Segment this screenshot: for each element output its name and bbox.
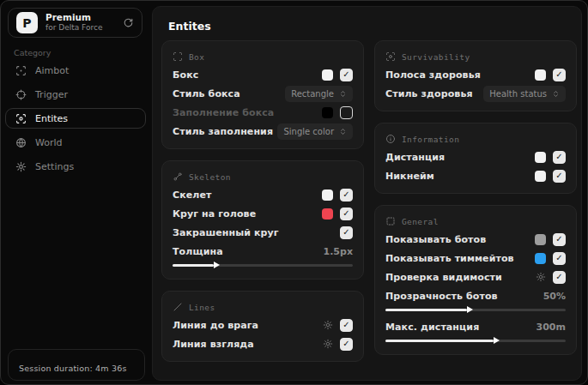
setting-label: Закрашенный круг: [173, 227, 279, 238]
panel-header-label: Skeleton: [189, 172, 231, 182]
setting-label: Стиль заполнения: [173, 126, 273, 137]
session-duration: Session duration: 4m 36s: [19, 364, 127, 373]
box-style-dropdown[interactable]: Rectangle: [285, 86, 353, 102]
page-title: Entites: [168, 20, 211, 33]
checkbox[interactable]: [340, 319, 353, 332]
setting-row: Дистанция: [385, 147, 566, 166]
dropdown-value: Health status: [489, 89, 547, 99]
setting-row: Проверка видимости: [385, 268, 566, 286]
color-swatch[interactable]: [535, 253, 546, 264]
setting-label: Показывать ботов: [385, 234, 486, 245]
slider-thumb[interactable]: [214, 262, 220, 268]
setting-label: Круг на голове: [173, 208, 256, 220]
setting-row: Прозрачность ботов 50%: [385, 286, 566, 305]
checkbox[interactable]: [553, 170, 566, 183]
main-content: Entites Box Бокс: [152, 6, 582, 381]
setting-label: Заполнение бокса: [173, 107, 274, 118]
line-icon: [173, 302, 183, 312]
checkbox[interactable]: [553, 233, 566, 246]
sidebar-item-settings[interactable]: Settings: [5, 156, 146, 177]
slider-value: 1.5px: [324, 246, 353, 257]
setting-label: Показывать тиммейтов: [385, 253, 514, 264]
gear-icon: [15, 161, 27, 172]
setting-row: Скелет: [173, 185, 353, 204]
setting-row: Закрашенный круг: [173, 223, 353, 242]
panel-information: Information Дистанция Никнейм: [374, 123, 577, 194]
checkbox[interactable]: [553, 151, 566, 164]
checkbox[interactable]: [553, 252, 566, 265]
checkbox[interactable]: [340, 226, 353, 239]
setting-label: Стиль здоровья: [385, 88, 473, 99]
slider-thumb[interactable]: [467, 306, 473, 313]
setting-label: Дистанция: [385, 152, 445, 163]
setting-row: Стиль заполнения Single color: [173, 122, 353, 141]
panel-header-label: Lines: [189, 303, 215, 312]
sidebar-item-entites[interactable]: Entites: [5, 108, 146, 129]
color-swatch[interactable]: [535, 152, 546, 163]
setting-label: Полоса здоровья: [385, 69, 481, 81]
crosshair-icon: [15, 89, 27, 100]
sidebar: P Premium for Delta Force Category Aimbo…: [1, 1, 152, 384]
setting-row: Стиль здоровья Health status: [385, 84, 566, 103]
setting-row: Линия до врага: [173, 316, 353, 334]
dropdown-value: Rectangle: [291, 89, 334, 99]
checkbox[interactable]: [340, 106, 353, 119]
setting-row: Стиль бокса Rectangle: [173, 84, 353, 103]
checkbox[interactable]: [340, 189, 353, 202]
setting-label: Макс. дистанция: [385, 322, 479, 333]
session-card: Session duration: 4m 36s: [8, 349, 145, 381]
color-swatch[interactable]: [322, 189, 333, 201]
setting-row: Линия взгляда: [173, 334, 353, 353]
sidebar-item-trigger[interactable]: Trigger: [5, 84, 146, 105]
right-column: Survivability Полоса здоровья Стиль здор…: [374, 40, 577, 373]
color-swatch[interactable]: [322, 107, 333, 118]
color-swatch[interactable]: [322, 208, 333, 220]
setting-label: Бокс: [173, 69, 198, 81]
info-icon: [385, 134, 396, 144]
sidebar-item-world[interactable]: World: [5, 132, 146, 153]
chevrons-up-down-icon: [552, 90, 560, 98]
gear-icon[interactable]: [323, 339, 333, 349]
setting-label: Линия до врага: [173, 320, 258, 331]
box-icon: [173, 51, 183, 62]
left-column: Box Бокс Стиль бокса Rectangle: [161, 40, 364, 373]
refresh-icon[interactable]: [123, 17, 134, 28]
setting-row: Заполнение бокса: [173, 103, 353, 122]
panel-header-label: Survivability: [402, 52, 470, 62]
color-swatch[interactable]: [322, 69, 333, 81]
bot-opacity-slider[interactable]: [385, 309, 566, 311]
health-style-dropdown[interactable]: Health status: [483, 86, 566, 102]
checkbox[interactable]: [553, 271, 566, 284]
brand-logo: P: [16, 12, 38, 33]
setting-row: Круг на голове: [173, 204, 353, 223]
dashed-box-icon: [385, 216, 396, 226]
gear-icon[interactable]: [323, 320, 333, 330]
chevrons-up-down-icon: [339, 128, 347, 135]
setting-label: Скелет: [173, 189, 212, 201]
checkbox[interactable]: [553, 69, 566, 81]
setting-row: Показывать тиммейтов: [385, 249, 566, 268]
setting-row: Показывать ботов: [385, 230, 566, 249]
setting-label: Проверка видимости: [385, 272, 502, 283]
color-swatch[interactable]: [535, 234, 546, 245]
sidebar-item-label: Trigger: [35, 89, 68, 100]
color-swatch[interactable]: [535, 171, 546, 182]
sidebar-item-label: World: [35, 137, 63, 148]
checkbox[interactable]: [340, 69, 353, 81]
max-distance-slider[interactable]: [385, 340, 566, 342]
bone-icon: [173, 171, 183, 182]
color-swatch[interactable]: [535, 69, 546, 81]
sidebar-item-aimbot[interactable]: Aimbot: [5, 60, 146, 81]
sidebar-nav: Aimbot Trigger Entites World: [5, 60, 146, 180]
sidebar-item-label: Aimbot: [35, 65, 69, 76]
fill-style-dropdown[interactable]: Single color: [277, 123, 353, 140]
gear-icon[interactable]: [536, 272, 546, 282]
panel-lines: Lines Линия до врага Линия взгляда: [161, 291, 364, 362]
chevrons-up-down-icon: [339, 90, 347, 98]
slider-thumb[interactable]: [494, 337, 500, 344]
checkbox[interactable]: [340, 208, 353, 220]
setting-label: Линия взгляда: [173, 339, 254, 350]
setting-row: Никнейм: [385, 166, 566, 185]
thickness-slider[interactable]: [173, 264, 353, 267]
checkbox[interactable]: [340, 338, 353, 351]
